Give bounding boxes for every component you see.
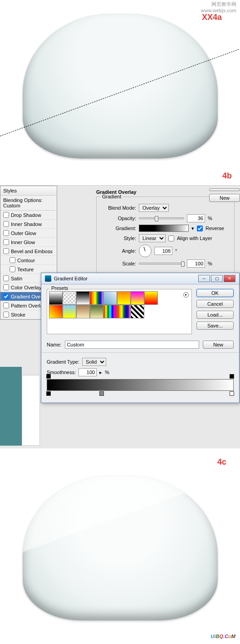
- style-checkbox[interactable]: [10, 266, 15, 272]
- reverse-label: Reverse: [206, 226, 224, 231]
- gradient-bar[interactable]: [47, 379, 234, 391]
- style-label: Bevel and Emboss: [11, 249, 53, 254]
- scale-input[interactable]: [187, 260, 205, 268]
- new-style-button[interactable]: New: [209, 194, 240, 202]
- color-stop-mid[interactable]: [99, 391, 104, 396]
- style-label: Pattern Overlay: [11, 303, 45, 308]
- color-stop-right[interactable]: [230, 391, 234, 396]
- style-checkbox[interactable]: [3, 303, 9, 308]
- close-button[interactable]: ✕: [224, 275, 235, 282]
- gradient-dropdown-icon[interactable]: ▾: [191, 226, 194, 231]
- presets-label: Presets: [50, 285, 69, 291]
- smoothness-dropdown-icon[interactable]: ▸: [99, 370, 102, 375]
- style-select[interactable]: Linear: [139, 234, 166, 242]
- presets-menu-icon[interactable]: ▸: [183, 292, 189, 298]
- footer-logo: UiBQ.CoM: [211, 630, 235, 640]
- preset-swatch[interactable]: [131, 291, 144, 305]
- style-item-outer-glow[interactable]: Outer Glow: [0, 229, 57, 238]
- style-checkbox[interactable]: [3, 221, 9, 227]
- load-button[interactable]: Load...: [196, 311, 234, 319]
- angle-label: Angle:: [102, 248, 136, 254]
- label-4c: 4c: [217, 457, 226, 467]
- style-checkbox[interactable]: [3, 239, 9, 245]
- ok-button[interactable]: OK: [196, 289, 234, 297]
- blending-options-row[interactable]: Blending Options: Custom: [0, 196, 57, 211]
- opacity-label: Opacity:: [102, 216, 136, 221]
- preset-swatch[interactable]: [103, 305, 117, 318]
- preset-swatch[interactable]: [76, 305, 90, 318]
- gradient-editor-window: Gradient Editor ─ ▢ ✕ Presets ▸ OK Cance…: [41, 273, 240, 403]
- style-label: Stroke: [11, 312, 25, 317]
- gradient-preview[interactable]: [139, 225, 189, 232]
- style-label: Drop Shadow: [11, 212, 41, 218]
- style-label: Style:: [102, 235, 136, 241]
- opacity-input[interactable]: [187, 214, 205, 222]
- styles-header: Styles: [0, 186, 57, 196]
- canvas-4a: 网页教学网 www.webjx.com XX4a 4b: [0, 0, 240, 186]
- preset-swatch[interactable]: [49, 305, 63, 318]
- opacity-stop-right[interactable]: [230, 374, 234, 379]
- preset-swatch[interactable]: [63, 305, 76, 318]
- reverse-checkbox[interactable]: [197, 226, 203, 231]
- align-checkbox[interactable]: [168, 235, 174, 241]
- preset-swatch[interactable]: [103, 291, 117, 305]
- angle-input[interactable]: [154, 247, 172, 255]
- gradient-overlay-panel: Gradient Overlay Gradient Blend Mode: Ov…: [91, 186, 240, 279]
- smoothness-label: Smoothness:: [47, 370, 76, 375]
- preset-swatch[interactable]: [90, 305, 103, 318]
- gradient-type-label: Gradient Type:: [47, 359, 79, 365]
- scale-slider[interactable]: [139, 263, 184, 264]
- name-input[interactable]: [65, 341, 199, 349]
- preset-swatch[interactable]: [117, 291, 131, 305]
- preset-swatch[interactable]: [117, 305, 131, 318]
- style-label: Inner Glow: [11, 240, 35, 245]
- save-button[interactable]: Save...: [196, 322, 234, 330]
- preset-swatch[interactable]: [131, 305, 144, 318]
- style-item-bevel-and-emboss[interactable]: Bevel and Emboss: [0, 247, 57, 256]
- style-label: Gradient Ove: [11, 294, 40, 299]
- opacity-slider[interactable]: [139, 217, 184, 219]
- maximize-button[interactable]: ▢: [211, 275, 223, 282]
- style-checkbox[interactable]: [3, 312, 9, 317]
- style-checkbox[interactable]: [3, 293, 9, 299]
- style-item-inner-glow[interactable]: Inner Glow: [0, 238, 57, 247]
- name-label: Name:: [47, 342, 61, 347]
- workspace-bg-strip: [0, 367, 22, 446]
- cancel-button[interactable]: Cancel: [196, 300, 234, 308]
- minimize-button[interactable]: ─: [198, 275, 210, 282]
- dialog-right-buttons: New: [209, 188, 240, 202]
- angle-dial[interactable]: [139, 245, 152, 257]
- preset-swatch[interactable]: [144, 291, 158, 305]
- style-checkbox[interactable]: [3, 275, 9, 281]
- app-icon: [45, 275, 51, 282]
- gradient-type-select[interactable]: Solid: [82, 358, 106, 366]
- style-checkbox[interactable]: [3, 212, 9, 218]
- color-stop-left[interactable]: [46, 391, 51, 396]
- new-gradient-button[interactable]: New: [203, 341, 234, 349]
- blend-mode-label: Blend Mode:: [102, 205, 136, 211]
- gradient-editor-titlebar[interactable]: Gradient Editor ─ ▢ ✕: [41, 273, 239, 284]
- preset-swatch[interactable]: [63, 291, 76, 305]
- style-checkbox[interactable]: [10, 257, 15, 263]
- fieldset-label: Gradient: [100, 194, 123, 199]
- gradient-fieldset: Gradient Blend Mode: Overlay Opacity: % …: [96, 197, 235, 275]
- smoothness-input[interactable]: [78, 368, 97, 376]
- gradient-label: Gradient:: [102, 226, 136, 231]
- style-label: Texture: [17, 267, 34, 272]
- mouse-shape-4a: [23, 14, 218, 159]
- opacity-stop-left[interactable]: [46, 374, 51, 379]
- style-item-drop-shadow[interactable]: Drop Shadow: [0, 211, 57, 220]
- style-checkbox[interactable]: [3, 284, 9, 290]
- preset-swatch[interactable]: [90, 291, 103, 305]
- style-checkbox[interactable]: [3, 248, 9, 254]
- ok-fragment[interactable]: [209, 188, 240, 191]
- label-4b: 4b: [222, 171, 232, 181]
- style-checkbox[interactable]: [3, 230, 9, 236]
- preset-swatch[interactable]: [76, 291, 90, 305]
- opacity-unit: %: [208, 216, 212, 221]
- style-item-contour[interactable]: Contour: [0, 256, 57, 265]
- blend-mode-select[interactable]: Overlay: [139, 204, 169, 212]
- layer-style-dialog: Styles Blending Options: Custom Drop Sha…: [0, 186, 240, 448]
- preset-swatch[interactable]: [49, 291, 63, 305]
- style-item-inner-shadow[interactable]: Inner Shadow: [0, 220, 57, 229]
